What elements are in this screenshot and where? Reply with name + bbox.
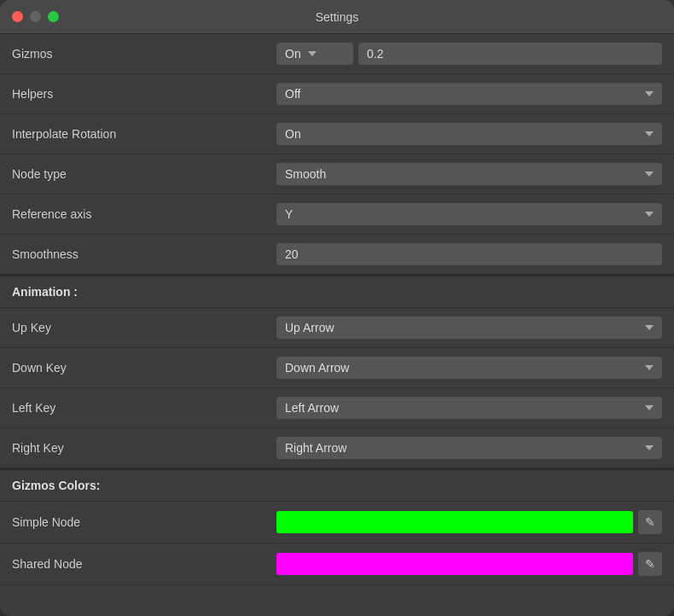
- helpers-value: Off: [285, 87, 300, 101]
- animation-table: Up Key Up Arrow Down Key Down Arrow: [0, 308, 674, 468]
- helpers-label: Helpers: [0, 74, 264, 114]
- right-key-value: Right Arrow: [285, 441, 346, 455]
- picker-icon-2: ✎: [645, 557, 655, 571]
- settings-table: Gizmos On Helpers: [0, 34, 674, 275]
- up-key-value: Up Arrow: [285, 321, 334, 334]
- gizmos-label: Gizmos: [0, 34, 264, 74]
- simple-node-label: Simple Node: [0, 502, 264, 543]
- colors-table: Simple Node ✎ Shared Node: [0, 502, 674, 585]
- settings-window: Settings Gizmos On: [0, 0, 674, 616]
- node-type-label: Node type: [0, 154, 264, 195]
- picker-icon: ✎: [645, 515, 655, 529]
- node-type-value: Smooth: [285, 167, 326, 181]
- down-key-value: Down Arrow: [285, 361, 349, 375]
- minimize-button[interactable]: [30, 11, 41, 22]
- down-key-select[interactable]: Down Arrow: [276, 357, 662, 379]
- reference-axis-row: Reference axis Y: [0, 195, 674, 235]
- smoothness-input[interactable]: [276, 243, 662, 265]
- up-key-row: Up Key Up Arrow: [0, 308, 674, 348]
- interpolate-label: Interpolate Rotation: [0, 114, 264, 154]
- close-button[interactable]: [12, 11, 23, 22]
- shared-node-color-picker-button[interactable]: ✎: [638, 552, 662, 576]
- interpolate-chevron-icon: [645, 131, 654, 137]
- right-key-chevron-icon: [645, 445, 654, 450]
- shared-node-color-row: ✎: [276, 552, 662, 576]
- right-key-row: Right Key Right Arrow: [0, 428, 674, 468]
- settings-content: Gizmos On Helpers: [0, 34, 674, 616]
- smoothness-label: Smoothness: [0, 235, 264, 275]
- up-key-label: Up Key: [0, 308, 264, 348]
- reference-axis-select[interactable]: Y: [276, 203, 662, 225]
- up-key-chevron-icon: [645, 325, 654, 330]
- down-key-chevron-icon: [645, 365, 654, 370]
- shared-node-row: Shared Node ✎: [0, 543, 674, 585]
- helpers-select[interactable]: Off: [276, 83, 662, 105]
- gizmos-number-input[interactable]: [358, 43, 662, 65]
- gizmos-controls: On: [276, 43, 662, 65]
- reference-axis-value: Y: [285, 207, 293, 221]
- helpers-row: Helpers Off: [0, 74, 674, 114]
- left-key-value: Left Arrow: [285, 401, 339, 415]
- gizmos-row: Gizmos On: [0, 34, 674, 74]
- helpers-chevron-icon: [645, 91, 654, 96]
- simple-node-color-picker-button[interactable]: ✎: [638, 510, 662, 534]
- interpolate-rotation-row: Interpolate Rotation On: [0, 114, 674, 154]
- reference-axis-label: Reference axis: [0, 195, 264, 235]
- left-key-select[interactable]: Left Arrow: [276, 397, 662, 419]
- node-type-select[interactable]: Smooth: [276, 163, 662, 185]
- down-key-row: Down Key Down Arrow: [0, 348, 674, 388]
- right-key-select[interactable]: Right Arrow: [276, 437, 662, 459]
- shared-node-color-bar[interactable]: [276, 553, 633, 575]
- left-key-chevron-icon: [645, 405, 654, 410]
- traffic-lights: [12, 11, 59, 22]
- smoothness-row: Smoothness: [0, 235, 674, 275]
- gizmos-select[interactable]: On: [276, 43, 353, 65]
- right-key-label: Right Key: [0, 428, 264, 468]
- animation-section-header: Animation :: [0, 275, 674, 308]
- simple-node-color-row: ✎: [276, 510, 662, 534]
- simple-node-color-bar[interactable]: [276, 511, 633, 533]
- reference-axis-chevron-icon: [645, 212, 654, 217]
- simple-node-row: Simple Node ✎: [0, 502, 674, 543]
- shared-node-label: Shared Node: [0, 543, 264, 585]
- gizmos-chevron-icon: [308, 51, 317, 56]
- interpolate-value: On: [285, 127, 301, 141]
- interpolate-select[interactable]: On: [276, 123, 662, 145]
- left-key-label: Left Key: [0, 388, 264, 428]
- up-key-select[interactable]: Up Arrow: [276, 317, 662, 339]
- window-title: Settings: [316, 10, 359, 24]
- node-type-row: Node type Smooth: [0, 154, 674, 195]
- maximize-button[interactable]: [48, 11, 59, 22]
- gizmos-value: On: [285, 47, 301, 61]
- down-key-label: Down Key: [0, 348, 264, 388]
- titlebar: Settings: [0, 0, 674, 34]
- node-type-chevron-icon: [645, 171, 654, 177]
- gizmos-colors-section-header: Gizmos Colors:: [0, 468, 674, 502]
- left-key-row: Left Key Left Arrow: [0, 388, 674, 428]
